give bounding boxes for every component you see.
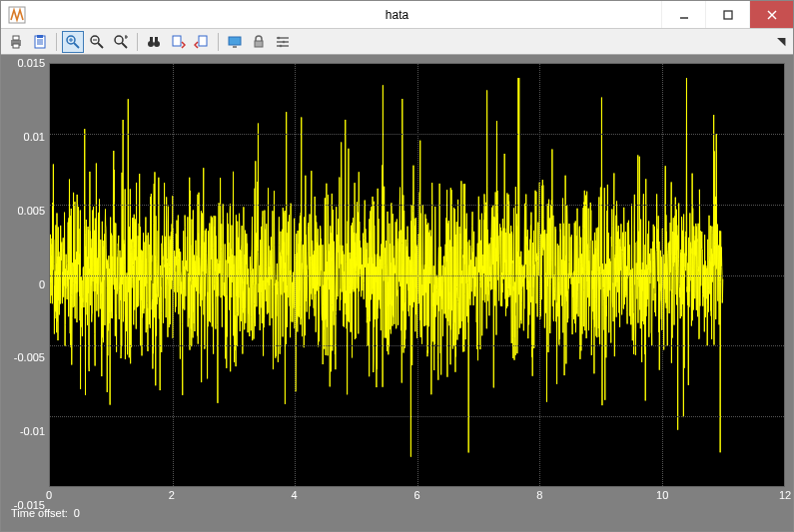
x-tick-label: 6 (413, 489, 419, 501)
y-tick-label: 0.005 (17, 205, 45, 217)
plot-canvas[interactable] (49, 63, 785, 487)
toolbar-separator (137, 33, 138, 51)
svg-point-38 (280, 44, 283, 47)
svg-rect-27 (155, 37, 158, 42)
scope-area: -0.015-0.01-0.00500.0050.010.015 0246810… (1, 55, 793, 531)
y-axis: -0.015-0.01-0.00500.0050.010.015 (9, 63, 49, 505)
svg-point-37 (283, 40, 286, 43)
svg-rect-32 (255, 41, 263, 47)
svg-rect-6 (13, 36, 19, 40)
y-tick-label: -0.01 (20, 425, 45, 437)
app-icon (7, 5, 27, 25)
restore-config-icon[interactable] (191, 31, 213, 53)
time-offset-value: 0 (74, 507, 80, 523)
x-tick-label: 0 (46, 489, 52, 501)
zoom-xy-icon[interactable] (110, 31, 132, 53)
title-bar[interactable]: hata (1, 1, 793, 29)
svg-rect-9 (37, 35, 43, 38)
y-tick-label: -0.015 (14, 499, 45, 511)
signal-select-icon[interactable] (272, 31, 294, 53)
lock-icon[interactable] (248, 31, 270, 53)
y-tick-label: 0.01 (24, 131, 45, 143)
x-tick-label: 4 (292, 489, 298, 501)
print-icon[interactable] (5, 31, 27, 53)
svg-rect-30 (229, 37, 241, 45)
window-controls (661, 1, 793, 28)
x-tick-label: 2 (169, 489, 175, 501)
svg-point-36 (278, 36, 281, 39)
zoom-in-icon[interactable] (62, 31, 84, 53)
svg-line-21 (122, 43, 127, 48)
svg-rect-7 (13, 44, 19, 48)
y-tick-label: 0 (39, 278, 45, 290)
autoscale-icon[interactable] (143, 31, 165, 53)
x-tick-label: 10 (656, 489, 668, 501)
save-config-icon[interactable] (167, 31, 189, 53)
svg-point-20 (115, 36, 123, 44)
toolbar-separator (218, 33, 219, 51)
scope-window: hata ◥ -0.015-0.01-0.00500.0050.010.015 … (0, 0, 794, 532)
maximize-button[interactable] (705, 1, 749, 28)
x-tick-label: 8 (536, 489, 542, 501)
toolbar-overflow-icon[interactable]: ◥ (777, 35, 785, 48)
zoom-x-icon[interactable] (86, 31, 108, 53)
svg-rect-29 (199, 36, 207, 46)
y-tick-label: -0.005 (14, 351, 45, 363)
x-tick-label: 12 (779, 489, 791, 501)
toolbar-separator (56, 33, 57, 51)
params-icon[interactable] (29, 31, 51, 53)
svg-line-14 (74, 43, 79, 48)
plot-container: -0.015-0.01-0.00500.0050.010.015 0246810… (9, 63, 785, 505)
svg-rect-28 (173, 36, 181, 46)
x-axis: 024681012 (49, 487, 785, 505)
svg-rect-26 (150, 37, 153, 42)
close-button[interactable] (749, 1, 793, 28)
float-icon[interactable] (224, 31, 246, 53)
y-tick-label: 0.015 (17, 57, 45, 69)
minimize-button[interactable] (661, 1, 705, 28)
svg-rect-2 (724, 11, 732, 19)
svg-line-18 (98, 43, 103, 48)
toolbar: ◥ (1, 29, 793, 55)
status-bar: Time offset: 0 (9, 505, 785, 523)
svg-rect-31 (233, 46, 237, 48)
